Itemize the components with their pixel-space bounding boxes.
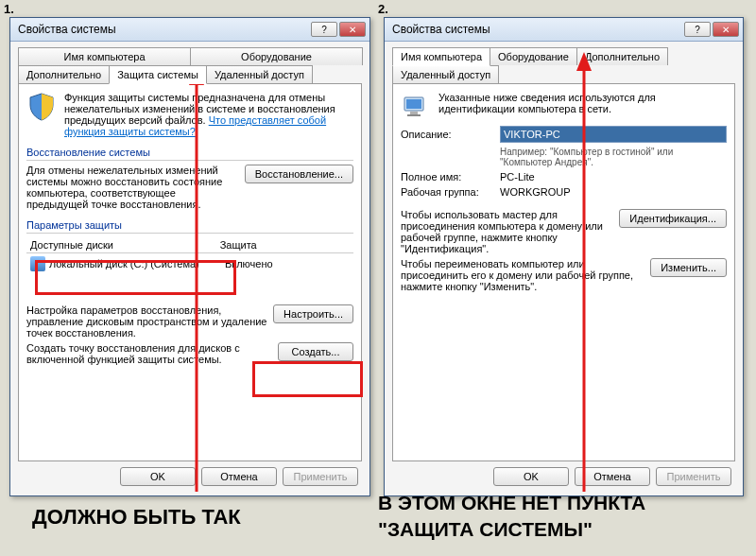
drives-header: Доступные диски Защита [26,237,353,253]
change-row: Чтобы переименовать компьютер или присое… [401,258,727,292]
workgroup-row: Рабочая группа: WORKGROUP [401,186,727,198]
tab-computer-name[interactable]: Имя компьютера [18,47,191,65]
section-restore: Восстановление системы [26,147,353,161]
ok-button[interactable]: OK [120,467,196,486]
create-text: Создать точку восстановления для дисков … [26,342,272,365]
ok-button[interactable]: OK [493,467,569,486]
tab-page: Указанные ниже сведения используются для… [392,83,735,461]
caption-left: ДОЛЖНО БЫТЬ ТАК [32,505,241,530]
svg-rect-1 [406,99,421,109]
restore-row: Для отмены нежелательных изменений систе… [26,165,353,210]
tab-remote[interactable]: Удаленный доступ [392,65,499,83]
tab-row-2: Дополнительно Защита системы Удаленный д… [18,65,362,83]
col-drives: Доступные диски [26,237,216,253]
computer-icon [401,92,431,122]
change-button[interactable]: Изменить... [650,258,727,277]
title-text: Свойства системы [14,23,309,36]
apply-button[interactable]: Применить [283,467,358,486]
tab-remote[interactable]: Удаленный доступ [206,65,313,83]
title-text: Свойства системы [388,23,682,36]
body: Имя компьютера Оборудование Дополнительн… [385,42,743,495]
fullname-label: Полное имя: [401,171,500,182]
restore-text: Для отмены нежелательных изменений систе… [26,165,239,210]
fullname-value: PC-Lite [500,171,727,182]
dialog-buttons: OK Отмена Применить [18,461,362,488]
svg-rect-3 [407,114,421,116]
create-row: Создать точку восстановления для дисков … [26,342,353,365]
help-button[interactable]: ? [684,22,711,37]
caption-right-2: "ЗАЩИТА СИСТЕМЫ" [378,518,593,541]
titlebar[interactable]: Свойства системы ? ✕ [385,18,743,42]
col-protection: Защита [216,237,353,253]
workgroup-label: Рабочая группа: [401,186,500,198]
description-hint: Например: "Компьютер в гостиной" или "Ко… [500,147,727,167]
tab-advanced[interactable]: Дополнительно [576,47,668,65]
window-right: Свойства системы ? ✕ Имя компьютера Обор… [384,17,744,496]
apply-button[interactable]: Применить [656,467,731,486]
tab-row: Имя компьютера Оборудование Дополнительн… [392,47,735,83]
identification-row: Чтобы использовать мастер для присоедине… [401,209,727,254]
intro-block: Указанные ниже сведения используются для… [401,92,727,122]
tab-row-1: Имя компьютера Оборудование [18,47,362,65]
description-row: Описание: [401,126,727,143]
create-button[interactable]: Создать... [278,342,353,361]
tab-computer-name[interactable]: Имя компьютера [392,47,490,66]
help-button[interactable]: ? [311,22,337,37]
dialog-buttons: OK Отмена Применить [392,461,735,488]
description-label: Описание: [401,129,500,140]
identification-text: Чтобы использовать мастер для присоедине… [401,209,613,254]
drive-row[interactable]: Локальный диск (C:) (Система) Включено [26,253,353,274]
body: Имя компьютера Оборудование Дополнительн… [10,42,369,495]
change-text: Чтобы переименовать компьютер или присое… [401,258,644,292]
caption-right-1: В ЭТОМ ОКНЕ НЕТ ПУНКТА [378,492,645,514]
cancel-button[interactable]: Отмена [575,467,650,486]
close-button[interactable]: ✕ [339,22,366,37]
description-hint-row: Например: "Компьютер в гостиной" или "Ко… [401,147,727,167]
intro-text: Функция защиты системы предназначена для… [64,92,353,137]
label-2: 2. [378,2,388,16]
configure-text: Настройка параметров восстановления, упр… [26,304,267,339]
description-input[interactable] [500,126,727,143]
label-1: 1. [4,2,14,16]
tab-advanced[interactable]: Дополнительно [18,65,110,83]
restore-button[interactable]: Восстановление... [245,165,353,183]
fullname-row: Полное имя: PC-Lite [401,171,727,182]
section-params: Параметры защиты [26,219,353,234]
intro-text: Указанные ниже сведения используются для… [438,92,727,122]
tab-page: Функция защиты системы предназначена для… [18,83,362,461]
svg-rect-2 [410,112,418,114]
drive-icon [30,256,45,271]
close-button[interactable]: ✕ [713,22,739,37]
window-left: Свойства системы ? ✕ Имя компьютера Обор… [9,17,370,496]
identification-button[interactable]: Идентификация... [619,209,727,228]
tab-system-protection[interactable]: Защита системы [109,65,207,84]
drive-state: Включено [225,258,273,269]
tab-hardware[interactable]: Оборудование [490,47,577,65]
titlebar[interactable]: Свойства системы ? ✕ [10,18,369,42]
intro-block: Функция защиты системы предназначена для… [26,92,353,137]
tab-hardware[interactable]: Оборудование [190,47,363,65]
configure-row: Настройка параметров восстановления, упр… [26,304,353,339]
configure-button[interactable]: Настроить... [273,304,353,323]
cancel-button[interactable]: Отмена [201,467,277,486]
shield-icon [26,92,57,122]
workgroup-value: WORKGROUP [500,186,727,198]
drive-name: Локальный диск (C:) (Система) [49,258,225,269]
